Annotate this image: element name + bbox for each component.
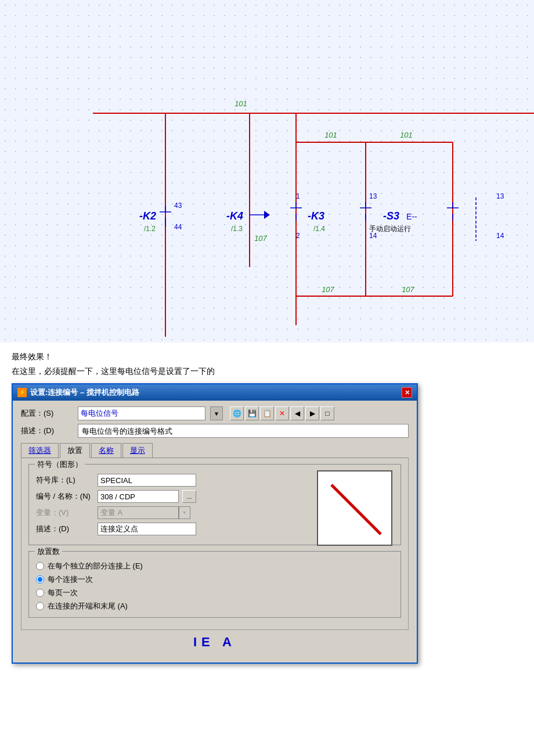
- svg-text:14: 14: [369, 232, 377, 240]
- panel-area: 符号（图形） 符号库：(L) 编号 / 名称：(N) ... 变量：(: [21, 458, 409, 630]
- config-row: 配置：(S) 每电位信号 ▼ 🌐 💾 📋 ✕ ◀ ▶ □: [21, 406, 409, 420]
- sym-desc-label: 描述：(D): [36, 524, 94, 534]
- svg-text:E--: E--: [406, 212, 417, 221]
- dialog-titlebar: ⚡ 设置:连接编号 – 搅拌机控制电路 ✕: [13, 384, 417, 401]
- annotation-line2: 在这里，必须提醒一下，这里每电位信号是设置了一下的: [12, 364, 522, 379]
- tab-display[interactable]: 显示: [122, 443, 153, 458]
- svg-text:2: 2: [296, 232, 300, 240]
- desc-label: 描述：(D): [21, 426, 73, 436]
- place-count-group: 放置数 在每个独立的部分连接上 (E) 每个连接一次 每页一次: [28, 551, 401, 618]
- sym-desc-input[interactable]: [98, 523, 196, 535]
- titlebar-title-group: ⚡ 设置:连接编号 – 搅拌机控制电路: [17, 387, 139, 398]
- radio-label-0: 在每个独立的部分连接上 (E): [48, 561, 143, 571]
- svg-text:-K4: -K4: [226, 210, 243, 222]
- annotations-area: 最终效果！ 在这里，必须提醒一下，这里每电位信号是设置了一下的: [0, 343, 534, 383]
- iea-label: IE A: [193, 635, 236, 649]
- radio-row-3: 在连接的开端和末尾 (A): [36, 601, 394, 611]
- svg-text:44: 44: [174, 223, 182, 231]
- iea-area: IE A: [21, 630, 409, 654]
- annotation-line1: 最终效果！: [12, 350, 522, 364]
- radio-option-0[interactable]: [36, 562, 44, 570]
- code-label: 编号 / 名称：(N): [36, 491, 94, 502]
- svg-text:-S3: -S3: [383, 210, 399, 222]
- svg-text:/1.3: /1.3: [231, 225, 243, 233]
- svg-text:13: 13: [496, 192, 504, 200]
- symbol-group-title: 符号（图形）: [35, 459, 85, 470]
- lib-input[interactable]: [98, 474, 196, 487]
- config-label: 配置：(S): [21, 408, 73, 419]
- svg-marker-22: [264, 211, 270, 219]
- tab-filter[interactable]: 筛选器: [21, 443, 59, 458]
- svg-text:43: 43: [174, 201, 182, 210]
- svg-text:/1.4: /1.4: [313, 225, 325, 233]
- svg-text:14: 14: [496, 232, 504, 240]
- toolbar-btn-delete[interactable]: ✕: [275, 406, 289, 420]
- radio-label-2: 每页一次: [48, 588, 78, 598]
- symbol-group: 符号（图形） 符号库：(L) 编号 / 名称：(N) ... 变量：(: [28, 464, 401, 545]
- toolbar-btn-copy[interactable]: 📋: [260, 406, 274, 420]
- dialog-icon: ⚡: [17, 388, 27, 397]
- toolbar-btn-globe[interactable]: 🌐: [230, 406, 244, 420]
- svg-text:101: 101: [400, 131, 413, 139]
- config-dropdown-arrow[interactable]: ▼: [210, 406, 223, 420]
- desc-field: 每电位信号的连接编号格式: [78, 424, 409, 438]
- svg-text:-K2: -K2: [139, 210, 156, 222]
- config-dropdown-field[interactable]: 每电位信号: [78, 406, 205, 420]
- svg-text:/1.2: /1.2: [144, 225, 156, 233]
- radio-row-1: 每个连接一次: [36, 574, 394, 585]
- tabs-row: 筛选器 放置 名称 显示: [21, 442, 409, 458]
- settings-dialog: ⚡ 设置:连接编号 – 搅拌机控制电路 ✕ 配置：(S) 每电位信号 ▼ 🌐 💾…: [12, 383, 418, 664]
- toolbar-btn-next[interactable]: ▶: [305, 406, 319, 420]
- code-input[interactable]: [98, 490, 179, 503]
- radio-group: 在每个独立的部分连接上 (E) 每个连接一次 每页一次 在连接的: [36, 561, 394, 611]
- svg-text:-K3: -K3: [308, 210, 324, 222]
- circuit-diagram: 101 101 101 107 107 107 -K2 /1.2 43 44 -…: [0, 0, 534, 343]
- radio-option-3[interactable]: [36, 602, 44, 610]
- config-value: 每电位信号: [81, 408, 118, 419]
- var-label: 变量：(V): [36, 507, 94, 518]
- var-dropdown-arrow: ▼: [179, 506, 190, 519]
- close-button[interactable]: ✕: [402, 387, 412, 398]
- var-input: [98, 506, 179, 519]
- radio-row-0: 在每个独立的部分连接上 (E): [36, 561, 394, 571]
- svg-text:107: 107: [254, 234, 267, 243]
- toolbar-btn-prev[interactable]: ◀: [290, 406, 304, 420]
- radio-label-3: 在连接的开端和末尾 (A): [48, 601, 128, 611]
- tab-name[interactable]: 名称: [91, 443, 121, 458]
- radio-label-1: 每个连接一次: [48, 574, 93, 585]
- svg-text:13: 13: [369, 192, 377, 200]
- svg-text:101: 101: [324, 131, 337, 139]
- lib-label: 符号库：(L): [36, 475, 94, 485]
- toolbar-btn-save[interactable]: 💾: [245, 406, 259, 420]
- radio-option-2[interactable]: [36, 589, 44, 597]
- radio-row-2: 每页一次: [36, 588, 394, 598]
- place-count-title: 放置数: [35, 546, 62, 557]
- toolbar-btn-square[interactable]: □: [320, 406, 334, 420]
- label-101-top: 101: [234, 99, 247, 108]
- desc-value: 每电位信号的连接编号格式: [82, 427, 172, 435]
- toolbar-buttons: 🌐 💾 📋 ✕ ◀ ▶ □: [230, 406, 334, 420]
- browse-button[interactable]: ...: [182, 490, 196, 503]
- radio-option-1[interactable]: [36, 575, 44, 584]
- tab-place[interactable]: 放置: [60, 443, 90, 458]
- svg-text:107: 107: [402, 285, 414, 294]
- dialog-title: 设置:连接编号 – 搅拌机控制电路: [30, 387, 139, 398]
- dialog-wrapper: ⚡ 设置:连接编号 – 搅拌机控制电路 ✕ 配置：(S) 每电位信号 ▼ 🌐 💾…: [0, 383, 534, 675]
- svg-text:1: 1: [296, 192, 300, 200]
- symbol-preview: [317, 470, 392, 546]
- desc-row: 描述：(D) 每电位信号的连接编号格式: [21, 424, 409, 438]
- svg-line-45: [331, 485, 381, 534]
- svg-text:107: 107: [322, 285, 334, 294]
- dialog-content: 配置：(S) 每电位信号 ▼ 🌐 💾 📋 ✕ ◀ ▶ □ 描述：(D): [13, 401, 417, 663]
